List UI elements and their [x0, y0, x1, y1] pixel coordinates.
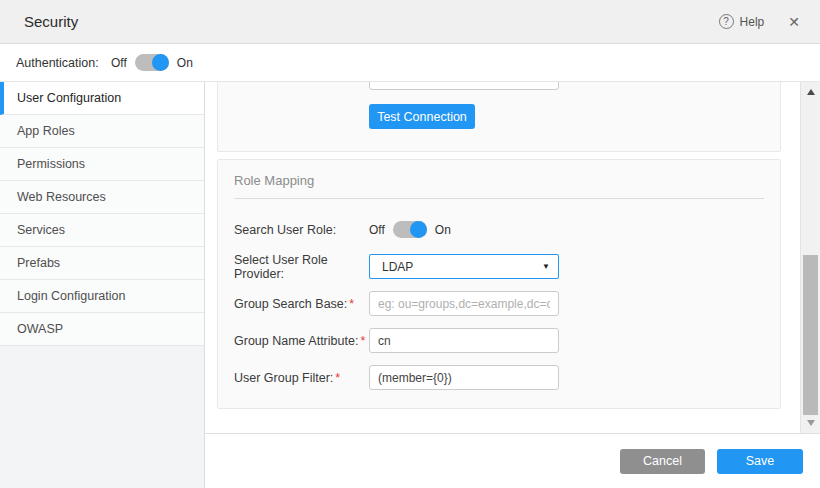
- group-name-attribute-label: Group Name Attribute:*: [234, 334, 369, 348]
- user-role-provider-select[interactable]: LDAP ▼: [369, 254, 559, 279]
- sidebar-item-web-resources[interactable]: Web Resources: [0, 181, 204, 214]
- search-user-role-label: Search User Role:: [234, 223, 369, 237]
- sidebar-item-app-roles[interactable]: App Roles: [0, 115, 204, 148]
- scroll-area: Test Connection Role Mapping Search User…: [205, 82, 820, 433]
- cancel-button[interactable]: Cancel: [620, 449, 705, 474]
- scroll-up-arrow-icon[interactable]: [801, 84, 820, 100]
- connection-card: Test Connection: [217, 82, 781, 152]
- provider-selected-value: LDAP: [382, 260, 542, 274]
- sidebar-item-permissions[interactable]: Permissions: [0, 148, 204, 181]
- page-title: Security: [24, 13, 719, 30]
- group-name-attribute-row: Group Name Attribute:*: [234, 328, 764, 353]
- user-group-filter-label: User Group Filter:*: [234, 371, 369, 385]
- authentication-toggle[interactable]: [135, 54, 169, 71]
- dialog-header: Security ? Help ✕: [0, 0, 820, 44]
- help-label: Help: [740, 15, 765, 29]
- footer-actions: Cancel Save: [205, 433, 820, 488]
- search-user-role-on-label: On: [435, 223, 451, 237]
- security-dialog: Security ? Help ✕ Authentication: Off On…: [0, 0, 820, 488]
- role-mapping-title: Role Mapping: [234, 173, 764, 188]
- sidebar: User Configuration App Roles Permissions…: [0, 82, 205, 488]
- help-icon: ?: [719, 14, 734, 29]
- group-search-base-label: Group Search Base:*: [234, 297, 369, 311]
- sidebar-item-prefabs[interactable]: Prefabs: [0, 247, 204, 280]
- vertical-scrollbar[interactable]: [800, 82, 820, 433]
- save-button[interactable]: Save: [717, 449, 803, 474]
- authentication-off-label: Off: [111, 56, 127, 70]
- header-actions: ? Help ✕: [719, 14, 800, 30]
- main-panel: Test Connection Role Mapping Search User…: [205, 82, 820, 488]
- user-group-filter-row: User Group Filter:*: [234, 365, 764, 390]
- provider-label: Select User Role Provider:: [234, 253, 369, 281]
- sidebar-item-services[interactable]: Services: [0, 214, 204, 247]
- section-divider: [234, 198, 764, 199]
- close-icon[interactable]: ✕: [788, 14, 800, 30]
- test-connection-button[interactable]: Test Connection: [369, 104, 475, 129]
- group-search-base-input[interactable]: [369, 291, 559, 316]
- search-user-role-toggle[interactable]: [393, 221, 427, 238]
- sidebar-item-owasp[interactable]: OWASP: [0, 313, 204, 346]
- search-user-role-row: Search User Role: Off On: [234, 217, 764, 242]
- toggle-knob: [410, 221, 427, 238]
- toggle-knob: [152, 54, 169, 71]
- user-group-filter-input[interactable]: [369, 365, 559, 390]
- authentication-bar: Authentication: Off On: [0, 44, 820, 82]
- required-asterisk: *: [360, 334, 365, 348]
- sidebar-item-user-configuration[interactable]: User Configuration: [0, 82, 204, 115]
- chevron-down-icon: ▼: [542, 262, 550, 271]
- help-button[interactable]: ? Help: [719, 14, 765, 29]
- authentication-label: Authentication:: [16, 56, 111, 70]
- connection-field-input[interactable]: [369, 82, 559, 90]
- sidebar-item-login-configuration[interactable]: Login Configuration: [0, 280, 204, 313]
- authentication-on-label: On: [177, 56, 193, 70]
- group-search-base-row: Group Search Base:*: [234, 291, 764, 316]
- required-asterisk: *: [335, 371, 340, 385]
- group-name-attribute-input[interactable]: [369, 328, 559, 353]
- required-asterisk: *: [349, 297, 354, 311]
- dialog-body: User Configuration App Roles Permissions…: [0, 82, 820, 488]
- scroll-down-arrow-icon[interactable]: [801, 415, 820, 431]
- provider-row: Select User Role Provider: LDAP ▼: [234, 254, 764, 279]
- role-mapping-card: Role Mapping Search User Role: Off On Se…: [217, 159, 781, 409]
- scrollbar-thumb[interactable]: [803, 255, 818, 415]
- search-user-role-off-label: Off: [369, 223, 385, 237]
